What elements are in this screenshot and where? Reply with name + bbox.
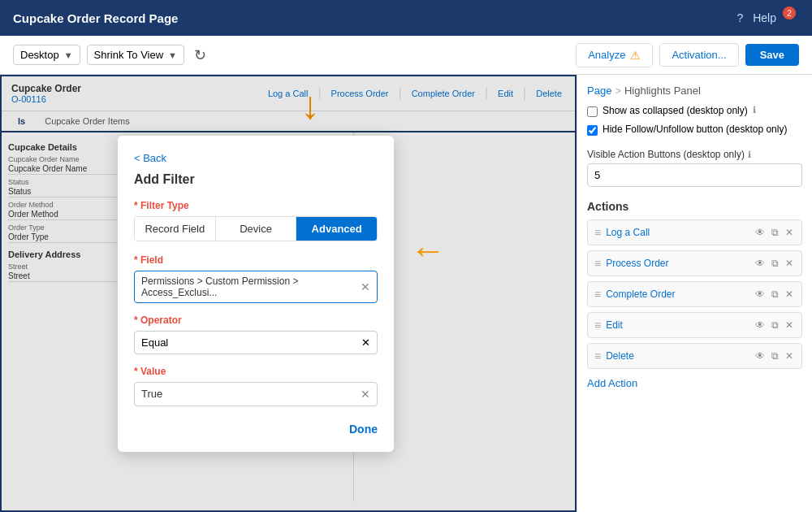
- drag-handle-1[interactable]: ≡: [594, 226, 601, 239]
- modal-back-button[interactable]: < Back: [134, 152, 378, 164]
- drag-handle-4[interactable]: ≡: [594, 319, 601, 332]
- add-action-button[interactable]: Add Action: [587, 374, 637, 393]
- action-row-complete-order: ≡ Complete Order 👁 ⧉ ✕: [587, 281, 802, 307]
- app-title: Cupcake Order Record Page: [13, 11, 178, 25]
- modal-footer: Done: [134, 423, 378, 436]
- action-copy-btn-4[interactable]: ⧉: [770, 318, 780, 332]
- filter-tab-device[interactable]: Device: [216, 217, 297, 241]
- breadcrumb-page-link[interactable]: Page: [587, 85, 611, 97]
- value-clear-button[interactable]: ✕: [361, 388, 370, 401]
- action-delete-btn-3[interactable]: ✕: [784, 287, 795, 302]
- action-row-right-5: 👁 ⧉ ✕: [754, 349, 795, 363]
- modal-overlay: < Back Add Filter * Filter Type Record F…: [0, 75, 577, 512]
- drag-handle-3[interactable]: ≡: [594, 288, 601, 301]
- shrink-select-label: Shrink To View: [94, 49, 164, 61]
- save-label: Save: [760, 49, 784, 61]
- arrow-left-icon: ←: [410, 230, 446, 271]
- shrink-select[interactable]: Shrink To View ▼: [87, 45, 184, 65]
- refresh-button[interactable]: ↻: [191, 43, 209, 67]
- help-label[interactable]: Help: [753, 11, 776, 24]
- drag-handle-2[interactable]: ≡: [594, 257, 601, 270]
- shrink-chevron-icon: ▼: [168, 50, 177, 60]
- breadcrumb-separator: >: [615, 85, 621, 97]
- action-copy-btn-5[interactable]: ⧉: [770, 349, 780, 363]
- action-delete-btn-4[interactable]: ✕: [784, 318, 795, 332]
- action-name-complete-order[interactable]: Complete Order: [606, 289, 675, 300]
- action-copy-btn-1[interactable]: ⧉: [770, 225, 780, 240]
- field-clear-button[interactable]: ✕: [361, 280, 370, 293]
- activation-label: Activation...: [672, 49, 726, 61]
- top-nav: Cupcake Order Record Page ? Help 2: [0, 0, 812, 36]
- show-collapsed-label: Show as collapsed (desktop only): [603, 105, 748, 116]
- analyze-label: Analyze: [588, 49, 625, 61]
- help-badge: 2: [783, 7, 796, 20]
- save-button[interactable]: Save: [745, 44, 799, 66]
- toolbar: Desktop ▼ Shrink To View ▼ ↻ Analyze ⚠ A…: [0, 36, 812, 75]
- right-panel: Page > Highlights Panel Show as collapse…: [577, 75, 812, 512]
- action-name-process-order[interactable]: Process Order: [606, 258, 668, 269]
- action-row-right-3: 👁 ⧉ ✕: [754, 287, 795, 302]
- action-preview-btn-1[interactable]: 👁: [754, 225, 767, 240]
- field-input-text: Permissions > Custom Permission > Access…: [141, 276, 361, 298]
- filter-type-label: * Filter Type: [134, 200, 378, 211]
- filter-tab-advanced[interactable]: Advanced: [296, 217, 377, 241]
- field-input-row[interactable]: Permissions > Custom Permission > Access…: [134, 271, 378, 303]
- actions-header: Actions: [587, 200, 802, 213]
- action-row-right-2: 👁 ⧉ ✕: [754, 256, 795, 271]
- action-row-log-a-call: ≡ Log a Call 👁 ⧉ ✕: [587, 219, 802, 245]
- drag-handle-5[interactable]: ≡: [594, 349, 601, 362]
- main-area: ↓ Cupcake Order O-00116 Log a Call | Pro…: [0, 75, 812, 512]
- info-icon-1[interactable]: ℹ: [753, 105, 756, 115]
- value-input-text: True: [141, 388, 361, 400]
- done-button[interactable]: Done: [349, 423, 378, 436]
- action-delete-btn-5[interactable]: ✕: [784, 349, 795, 363]
- filter-tab-record-field[interactable]: Record Field: [135, 217, 216, 241]
- show-collapsed-row: Show as collapsed (desktop only) ℹ: [587, 105, 802, 117]
- breadcrumb-current: Highlights Panel: [624, 85, 701, 97]
- view-chevron-icon: ▼: [64, 50, 73, 60]
- filter-type-tabs: Record Field Device Advanced: [134, 216, 378, 241]
- action-preview-btn-4[interactable]: 👁: [754, 318, 767, 332]
- nav-right: ? Help 2: [736, 11, 799, 24]
- action-delete-btn-2[interactable]: ✕: [784, 256, 795, 271]
- action-row-process-order: ≡ Process Order 👁 ⧉ ✕: [587, 250, 802, 276]
- hide-follow-checkbox[interactable]: [587, 125, 598, 136]
- activation-button[interactable]: Activation...: [659, 43, 738, 67]
- breadcrumb: Page > Highlights Panel: [587, 85, 802, 97]
- action-preview-btn-2[interactable]: 👁: [754, 256, 767, 271]
- action-name-edit[interactable]: Edit: [606, 319, 623, 331]
- warning-icon: ⚠: [630, 49, 641, 62]
- field-label: * Field: [134, 254, 378, 266]
- analyze-button[interactable]: Analyze ⚠: [576, 43, 653, 67]
- action-name-log-a-call[interactable]: Log a Call: [606, 227, 650, 238]
- hide-follow-label: Hide Follow/Unfollow button (desktop onl…: [603, 124, 787, 135]
- action-preview-btn-5[interactable]: 👁: [754, 349, 767, 363]
- visible-actions-input[interactable]: [587, 163, 802, 187]
- hide-follow-row: Hide Follow/Unfollow button (desktop onl…: [587, 124, 802, 136]
- actions-section: Actions ≡ Log a Call 👁 ⧉ ✕ ≡ Process Ord…: [587, 200, 802, 393]
- action-name-delete[interactable]: Delete: [606, 350, 634, 362]
- action-row-left-5: ≡ Delete: [594, 349, 634, 362]
- action-copy-btn-3[interactable]: ⧉: [770, 287, 780, 302]
- toolbar-right: Analyze ⚠ Activation... Save: [576, 43, 799, 67]
- operator-select[interactable]: Equal ✕: [134, 331, 378, 354]
- info-icon-2[interactable]: ℹ: [748, 150, 751, 160]
- action-row-left-3: ≡ Complete Order: [594, 288, 676, 301]
- toolbar-left: Desktop ▼ Shrink To View ▼ ↻: [13, 43, 209, 67]
- value-input-row[interactable]: True ✕: [134, 382, 378, 406]
- action-row-left-2: ≡ Process Order: [594, 257, 669, 270]
- add-filter-modal: < Back Add Filter * Filter Type Record F…: [118, 136, 394, 452]
- action-delete-btn-1[interactable]: ✕: [784, 225, 795, 240]
- value-label: * Value: [134, 366, 378, 377]
- action-preview-btn-3[interactable]: 👁: [754, 287, 767, 302]
- operator-chevron-icon: ✕: [361, 336, 370, 349]
- view-select[interactable]: Desktop ▼: [13, 45, 80, 65]
- action-row-left-1: ≡ Log a Call: [594, 226, 650, 239]
- action-copy-btn-2[interactable]: ⧉: [770, 256, 780, 271]
- help-icon: ?: [736, 11, 743, 24]
- visible-actions-section: Visible Action Buttons (desktop only) ℹ: [587, 149, 802, 187]
- operator-value: Equal: [141, 336, 168, 349]
- action-row-edit: ≡ Edit 👁 ⧉ ✕: [587, 312, 802, 338]
- modal-title: Add Filter: [134, 172, 378, 187]
- show-collapsed-checkbox[interactable]: [587, 106, 598, 117]
